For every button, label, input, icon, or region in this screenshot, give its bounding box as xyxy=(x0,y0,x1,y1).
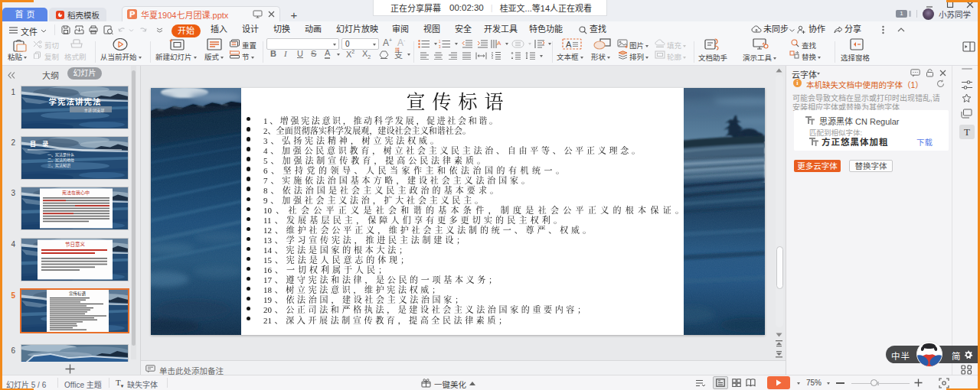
svg-text:宪法在我心中: 宪法在我心中 xyxy=(62,190,90,196)
svg-text:A: A xyxy=(566,40,572,49)
svg-text:宣传标语: 宣传标语 xyxy=(69,291,87,297)
svg-text:一、宪法是什么: 一、宪法是什么 xyxy=(47,152,74,158)
svg-text:1: 1 xyxy=(439,40,441,44)
svg-text:节日意义: 节日意义 xyxy=(65,241,86,248)
svg-text:3: 3 xyxy=(439,45,441,48)
svg-text:二、宪法的地位: 二、宪法的地位 xyxy=(47,158,74,163)
svg-text:学宪法讲宪法: 学宪法讲宪法 xyxy=(49,96,102,107)
svg-text:目 录: 目 录 xyxy=(30,141,51,148)
svg-text:三、宪法知识: 三、宪法知识 xyxy=(47,163,70,168)
svg-text:主讲:团支部: 主讲:团支部 xyxy=(84,108,104,113)
svg-text:A: A xyxy=(497,40,501,47)
